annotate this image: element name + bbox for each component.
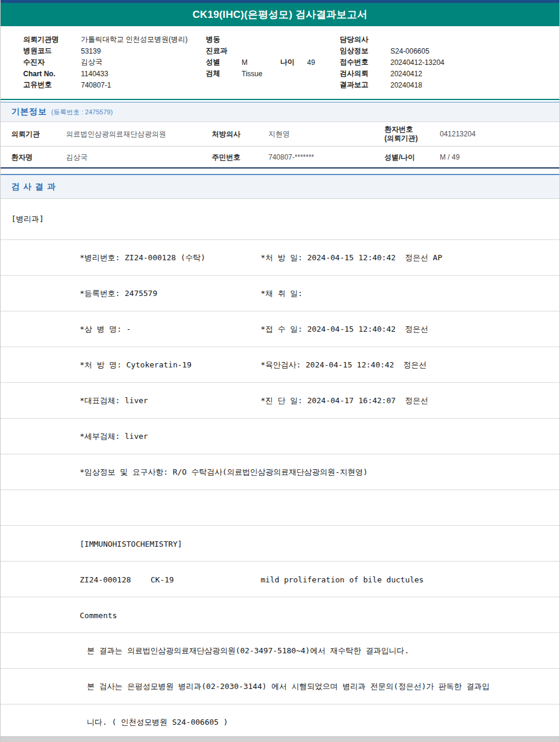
field-value: 20240418 [390, 81, 422, 89]
result-detail-row: *병리번호: ZI24-000128 (수탁) *처 방 일: 2024-04-… [1, 240, 559, 276]
field-label: 의뢰기관명 [23, 35, 81, 45]
result-detail-row: *임상정보 및 요구사항: R/O 수탁검사(의료법인삼광의료재단삼광의원-지현… [1, 454, 559, 490]
field-label: 접수번호 [340, 57, 390, 67]
detail-right-text: *채 취 일: [261, 288, 302, 299]
detail-left-text: *처 방 명: Cytokeratin-19 [80, 360, 192, 370]
info-left-column: 의뢰기관명 가톨릭대학교 인천성모병원(병리) 병원코드 53139 수진자 김… [23, 34, 187, 91]
info-row: 검체 Tissue [206, 68, 315, 79]
title-bar: CK19(IHC)(은평성모) 검사결과보고서 [1, 3, 559, 26]
field-label: 나이 [280, 57, 307, 67]
result-detail-row: *대표검체: liver *진 단 일: 2024-04-17 16:42:07… [1, 383, 559, 419]
field-label: 병원코드 [23, 46, 81, 56]
comment-line: 본 결과는 의료법인삼광의료재단삼광의원(02-3497-5180~4)에서 재… [87, 646, 409, 656]
report-title: CK19(IHC)(은평성모) 검사결과보고서 [192, 8, 367, 21]
info-row: 고유번호 740807-1 [23, 79, 187, 91]
ihc-section-header: [IMMUNOHISTOCHEMISTRY] [80, 539, 182, 548]
field-value: 53139 [81, 47, 101, 55]
field-label: 담당의사 [340, 35, 390, 45]
field-value: 20240412 [390, 70, 422, 78]
specimen-code: ZI24-000128 [80, 575, 131, 584]
field-value: Tissue [242, 70, 262, 78]
table-row: 의뢰기관 의료법인삼광의료재단삼광의원 처방의사 지현영 환자번호 (의뢰기관)… [1, 122, 559, 146]
field-value: 20240412-13204 [390, 58, 445, 67]
detail-left-text: *상 병 명: - [80, 324, 131, 335]
info-right-column: 담당의사 임상정보 S24-006605 접수번호 20240412-13204… [340, 34, 445, 91]
detail-right-text: *접 수 일: 2024-04-15 12:40:42 정은선 [261, 324, 428, 335]
header-info-section: 의뢰기관명 가톨릭대학교 인천성모병원(병리) 병원코드 53139 수진자 김… [1, 26, 559, 100]
info-row: 수진자 김상국 [23, 57, 187, 68]
result-detail-row: *세부검체: liver [1, 419, 559, 454]
cell-value: 김상국 [66, 152, 87, 162]
detail-left-text: *등록번호: 2475579 [80, 288, 157, 299]
ihc-section-header-row: [IMMUNOHISTOCHEMISTRY] [1, 526, 559, 562]
field-label: 검체 [206, 68, 242, 79]
result-detail-row: *등록번호: 2475579 *채 취 일: [1, 276, 559, 311]
detail-right-text: *처 방 일: 2024-04-15 12:40:42 정은선 AP [261, 252, 442, 263]
comment-line: 니다. ( 인천성모병원 S24-006605 ) [87, 717, 228, 728]
cell-value: M / 49 [440, 153, 459, 161]
info-row: 의뢰기관명 가톨릭대학교 인천성모병원(병리) [23, 34, 187, 45]
info-row: Chart No. 1140433 [23, 68, 187, 79]
detail-left-text: *대표검체: liver [80, 395, 148, 406]
info-row: 성별 M 나이 49 [206, 57, 315, 68]
section-test-results-header: 검 사 결 과 [1, 174, 559, 199]
comment-row: 본 결과는 의료법인삼광의료재단삼광의원(02-3497-5180~4)에서 재… [1, 633, 559, 669]
detail-left-text: *임상정보 및 요구사항: R/O 수탁검사(의료법인삼광의료재단삼광의원-지현… [80, 467, 368, 478]
section-title-basic-info: 기본정보 [11, 107, 47, 117]
info-row: 접수번호 20240412-13204 [340, 57, 445, 68]
info-middle-column: 병동 진료과 성별 M 나이 49 검체 Tissue [206, 34, 315, 79]
field-label: 고유번호 [23, 80, 81, 90]
field-label: Chart No. [23, 70, 81, 78]
detail-left-text: *병리번호: ZI24-000128 (수탁) [80, 252, 205, 263]
comment-row: 본 검사는 은평성모병원 병리과(02-2030-3144) 에서 시행되었으며… [1, 669, 559, 704]
footer-strip [1, 736, 559, 742]
test-result: mild proliferation of bile ductules [261, 575, 424, 584]
report-page: CK19(IHC)(은평성모) 검사결과보고서 의뢰기관명 가톨릭대학교 인천성… [0, 0, 560, 742]
field-value: 49 [307, 58, 315, 67]
info-row: 결과보고 20240418 [340, 79, 445, 91]
detail-left-text: *세부검체: liver [80, 431, 148, 442]
comments-label: Comments [80, 610, 117, 619]
cell-label: 의뢰기관 [11, 129, 40, 139]
cell-value: 의료법인삼광의료재단삼광의원 [66, 129, 166, 139]
field-label: 수진자 [23, 57, 81, 67]
comments-header-row: Comments [1, 597, 559, 633]
comment-row: 니다. ( 인천성모병원 S24-006605 ) [1, 704, 559, 740]
field-value: S24-006605 [390, 47, 429, 55]
comment-line: 본 검사는 은평성모병원 병리과(02-2030-3144) 에서 시행되었으며… [87, 681, 490, 692]
cell-label: 환자번호 (의뢰기관) [384, 125, 438, 143]
empty-row [1, 490, 559, 526]
result-detail-row: *처 방 명: Cytokeratin-19 *육안검사: 2024-04-15… [1, 347, 559, 383]
cell-value: 041213204 [440, 130, 475, 138]
detail-right-text: *육안검사: 2024-04-15 12:40:42 정은선 [261, 360, 427, 370]
cell-label: 성별/나이 [384, 152, 415, 162]
info-row: 담당의사 [340, 34, 445, 45]
field-value: M [242, 58, 280, 67]
cell-label: 환자명 [11, 152, 33, 162]
field-value: 740807-1 [81, 81, 111, 89]
section-title-test-results: 검 사 결 과 [11, 182, 56, 192]
info-row: 병원코드 53139 [23, 45, 187, 57]
department-row: [병리과] [1, 199, 559, 240]
info-row: 검사의뢰 20240412 [340, 68, 445, 79]
field-value: 김상국 [81, 57, 102, 67]
ihc-result-row: ZI24-000128 CK-19 mild proliferation of … [1, 562, 559, 597]
cell-label: 주민번호 [212, 152, 240, 162]
cell-label: 처방의사 [212, 129, 240, 139]
field-label: 결과보고 [340, 80, 390, 90]
table-row: 환자명 김상국 주민번호 740807-******* 성별/나이 M / 49 [1, 146, 559, 167]
basic-info-table: 의뢰기관 의료법인삼광의료재단삼광의원 처방의사 지현영 환자번호 (의뢰기관)… [1, 122, 559, 169]
section-basic-info-header: 기본정보 (등록번호 : 2475579) [1, 102, 559, 122]
department-label: [병리과] [11, 214, 44, 225]
field-label: 병동 [206, 35, 242, 45]
field-label: 검사의뢰 [340, 68, 390, 79]
test-name: CK-19 [151, 575, 174, 584]
result-detail-row: *상 병 명: - *접 수 일: 2024-04-15 12:40:42 정은… [1, 311, 559, 347]
info-row: 병동 [206, 34, 315, 45]
field-value: 가톨릭대학교 인천성모병원(병리) [81, 35, 187, 45]
results-area: [병리과] *병리번호: ZI24-000128 (수탁) *처 방 일: 20… [1, 199, 559, 740]
detail-right-text: *진 단 일: 2024-04-17 16:42:07 정은선 [261, 395, 428, 406]
cell-value: 740807-******* [268, 153, 314, 161]
field-value: 1140433 [81, 70, 108, 78]
cell-value: 지현영 [268, 129, 290, 139]
